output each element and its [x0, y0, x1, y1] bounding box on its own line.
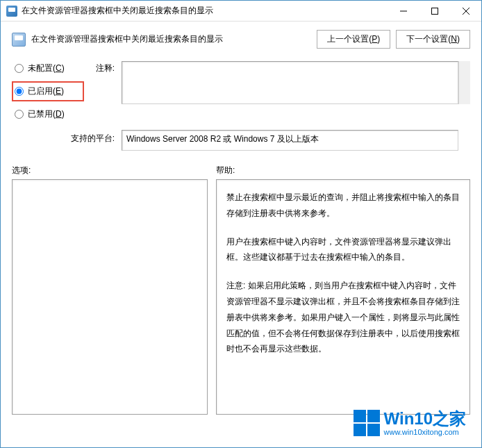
options-box [12, 179, 208, 415]
radio-disabled-label: 已禁用(D) [28, 108, 65, 120]
window-title: 在文件资源管理器搜索框中关闭最近搜索条目的显示 [22, 5, 388, 17]
nav-buttons: 上一个设置(P) 下一个设置(N) [317, 30, 470, 49]
bottom-section: 选项: 帮助: 禁止在搜索框中显示最近的查询，并阻止将搜索框中输入的条目存储到注… [12, 165, 470, 415]
radio-enabled-label: 已启用(E) [28, 85, 64, 97]
radio-not-configured-input[interactable] [15, 64, 24, 73]
radio-not-configured[interactable]: 未配置(C) [12, 58, 84, 78]
radio-disabled[interactable]: 已禁用(D) [12, 104, 84, 124]
radio-enabled[interactable]: 已启用(E) [12, 81, 84, 101]
platform-textarea: Windows Server 2008 R2 或 Windows 7 及以上版本 [122, 130, 458, 151]
platform-row: 支持的平台: Windows Server 2008 R2 或 Windows … [12, 130, 470, 151]
config-row: 未配置(C) 已启用(E) 已禁用(D) 注释: [12, 58, 470, 127]
comment-textarea[interactable] [122, 61, 458, 104]
policy-header-icon [12, 33, 26, 47]
scrollbar[interactable] [458, 61, 470, 104]
svg-rect-1 [431, 8, 438, 14]
radio-enabled-input[interactable] [15, 87, 24, 96]
options-panel: 选项: [12, 165, 208, 415]
window-controls [388, 1, 481, 21]
platform-label: 支持的平台: [12, 130, 122, 144]
help-paragraph: 禁止在搜索框中显示最近的查询，并阻止将搜索框中输入的条目存储到注册表中供将来参考… [226, 190, 460, 222]
radio-disabled-input[interactable] [15, 110, 24, 119]
header-row: 在文件资源管理器搜索框中关闭最近搜索条目的显示 上一个设置(P) 下一个设置(N… [12, 30, 470, 49]
help-box: 禁止在搜索框中显示最近的查询，并阻止将搜索框中输入的条目存储到注册表中供将来参考… [216, 179, 470, 415]
maximize-button[interactable] [419, 1, 450, 21]
minimize-button[interactable] [388, 1, 419, 21]
options-label: 选项: [12, 165, 208, 176]
help-label: 帮助: [216, 165, 470, 176]
previous-setting-button[interactable]: 上一个设置(P) [317, 30, 390, 49]
policy-title: 在文件资源管理器搜索框中关闭最近搜索条目的显示 [31, 33, 317, 45]
titlebar: 在文件资源管理器搜索框中关闭最近搜索条目的显示 [1, 1, 481, 22]
content-area: 在文件资源管理器搜索框中关闭最近搜索条目的显示 上一个设置(P) 下一个设置(N… [1, 22, 481, 447]
next-setting-button[interactable]: 下一个设置(N) [396, 30, 470, 49]
help-paragraph: 用户在搜索框中键入内容时，文件资源管理器将显示建议弹出框。这些建议都基于过去在搜… [226, 234, 460, 266]
radio-group: 未配置(C) 已启用(E) 已禁用(D) [12, 58, 84, 127]
comment-section: 注释: [84, 61, 470, 104]
close-button[interactable] [450, 1, 481, 21]
watermark-url: www.win10xitong.com [384, 428, 466, 436]
comment-label: 注释: [84, 61, 122, 104]
help-paragraph: 注意: 如果启用此策略，则当用户在搜索框中键入内容时，文件资源管理器不显示建议弹… [226, 278, 460, 357]
radio-not-configured-label: 未配置(C) [28, 63, 65, 74]
help-panel: 帮助: 禁止在搜索框中显示最近的查询，并阻止将搜索框中输入的条目存储到注册表中供… [216, 165, 470, 415]
policy-icon [6, 6, 17, 17]
